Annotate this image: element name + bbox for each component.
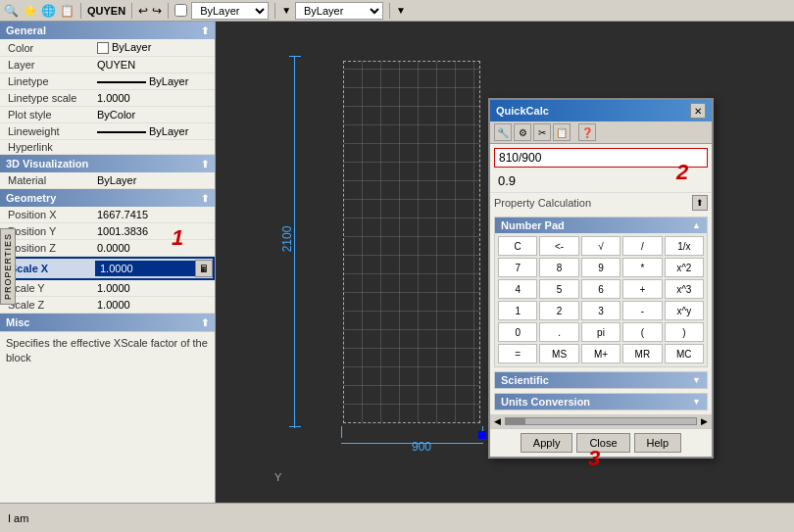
bylayer-dropdown-1[interactable]: ByLayer <box>191 2 269 20</box>
top-toolbar: 🔍 ⭐ 🌐 📋 QUYEN ↩ ↪ ByLayer ▼ ByLayer ▼ <box>0 0 794 22</box>
bylayer-dropdown-2[interactable]: ByLayer <box>295 2 383 20</box>
property-calc-label: Property Calculation <box>494 197 591 209</box>
misc-description: Specifies the effective XScale factor of… <box>6 337 208 363</box>
scale-y-value: 1.0000 <box>93 281 215 295</box>
btn-rparen[interactable]: ) <box>665 322 704 342</box>
material-value: ByLayer <box>93 173 215 187</box>
calc-input-area: 810/900 <box>490 144 712 171</box>
property-calculation-row: Property Calculation ⬆ <box>490 192 712 213</box>
scientific-header[interactable]: Scientific ▼ <box>495 372 707 388</box>
btn-sub[interactable]: - <box>622 301 662 320</box>
status-text: I am <box>8 512 28 524</box>
dim-tick-left <box>341 426 342 438</box>
btn-6[interactable]: 6 <box>581 279 620 299</box>
calc-expression-input[interactable]: 810/900 <box>494 148 708 168</box>
btn-1[interactable]: 1 <box>498 301 537 320</box>
btn-sqrt[interactable]: √ <box>581 236 620 256</box>
scale-x-row[interactable]: Scale X 1.0000 🖩 <box>0 257 215 280</box>
general-collapse-icon: ⬆ <box>201 25 209 36</box>
btn-eq[interactable]: = <box>498 344 537 363</box>
calculator-button[interactable]: 🖩 <box>195 260 213 277</box>
btn-5[interactable]: 5 <box>539 279 578 299</box>
numpad-label: Number Pad <box>501 219 565 231</box>
bylayer-checkbox[interactable] <box>174 4 187 17</box>
lineweight-row: Lineweight ByLayer <box>0 123 215 140</box>
hyperlink-label: Hyperlink <box>0 141 93 153</box>
calc-tool-icon4[interactable]: 📋 <box>553 123 571 141</box>
toolbar-sep-1 <box>80 3 81 19</box>
dialog-toolbar: 🔧 ⚙ ✂ 📋 ❓ <box>490 121 712 144</box>
btn-7[interactable]: 7 <box>498 258 537 277</box>
scale-z-row: Scale Z 1.0000 <box>0 297 215 314</box>
help-button[interactable]: Help <box>634 433 682 453</box>
general-section-header[interactable]: General ⬆ <box>0 22 215 39</box>
btn-x3[interactable]: x^3 <box>665 279 704 299</box>
scientific-section: Scientific ▼ <box>494 371 708 389</box>
status-bar: I am <box>0 503 794 532</box>
scroll-right-btn[interactable]: ▶ <box>701 416 708 426</box>
hyperlink-row: Hyperlink <box>0 140 215 155</box>
toolbar-icon-6: ↪ <box>152 4 162 18</box>
btn-pi[interactable]: pi <box>581 322 620 342</box>
btn-8[interactable]: 8 <box>539 258 578 277</box>
numpad-section: Number Pad ▲ C <- √ / 1/x 7 8 9 * x^2 4 … <box>494 217 708 367</box>
scroll-track[interactable] <box>505 417 697 425</box>
color-row: Color ByLayer <box>0 39 215 57</box>
quickcalc-dialog: QuickCalc ✕ 🔧 ⚙ ✂ 📋 ❓ 810/900 0.9 Proper… <box>488 98 714 459</box>
viz3d-collapse-icon: ⬆ <box>201 159 209 169</box>
btn-mr[interactable]: MR <box>622 344 662 363</box>
btn-c[interactable]: C <box>498 236 537 256</box>
general-label: General <box>6 24 46 36</box>
btn-4[interactable]: 4 <box>498 279 537 299</box>
btn-3[interactable]: 3 <box>581 301 620 320</box>
pos-y-row: Position Y 1001.3836 <box>0 223 215 240</box>
pos-x-row: Position X 1667.7415 <box>0 207 215 223</box>
dim-label-2100: 2100 <box>280 226 294 253</box>
btn-mc[interactable]: MC <box>665 344 704 363</box>
dialog-close-button[interactable]: ✕ <box>690 103 706 119</box>
viz3d-section-header[interactable]: 3D Visualization ⬆ <box>0 155 215 172</box>
dialog-title: QuickCalc <box>496 105 549 117</box>
layer-value: QUYEN <box>93 58 215 72</box>
btn-mplus[interactable]: M+ <box>581 344 620 363</box>
properties-tab[interactable]: PROPERTIES <box>0 228 16 305</box>
lineweight-label: Lineweight <box>0 125 93 137</box>
btn-inv[interactable]: 1/x <box>665 236 704 256</box>
scroll-left-btn[interactable]: ◀ <box>494 416 501 426</box>
btn-0[interactable]: 0 <box>498 322 537 342</box>
scale-x-value[interactable]: 1.0000 <box>95 261 195 276</box>
btn-dot[interactable]: . <box>539 322 578 342</box>
btn-2[interactable]: 2 <box>539 301 578 320</box>
calc-tool-icon2[interactable]: ⚙ <box>514 123 531 141</box>
calc-tool-icon5[interactable]: ❓ <box>578 123 596 141</box>
dialog-actions: Apply Close Help <box>490 428 712 457</box>
btn-9[interactable]: 9 <box>581 258 620 277</box>
btn-ms[interactable]: MS <box>539 344 578 363</box>
color-label: Color <box>0 42 93 54</box>
btn-xy[interactable]: x^y <box>665 301 704 320</box>
lineweight-sample <box>97 131 146 133</box>
toolbar-sep-2 <box>131 3 132 19</box>
plot-style-row: Plot style ByColor <box>0 107 215 123</box>
linetype-label: Linetype <box>0 75 93 87</box>
apply-button[interactable]: Apply <box>521 433 573 453</box>
calc-tool-icon3[interactable]: ✂ <box>533 123 551 141</box>
btn-x2[interactable]: x^2 <box>665 258 704 277</box>
calc-tool-icon1[interactable]: 🔧 <box>494 123 512 141</box>
units-header[interactable]: Units Conversion ▼ <box>495 394 707 410</box>
btn-lparen[interactable]: ( <box>622 322 662 342</box>
btn-backspace[interactable]: <- <box>539 236 578 256</box>
scale-y-row: Scale Y 1.0000 <box>0 280 215 297</box>
btn-mul[interactable]: * <box>622 258 662 277</box>
property-calc-button[interactable]: ⬆ <box>692 195 708 211</box>
pos-z-row: Position Z 0.0000 <box>0 240 215 257</box>
misc-section-header[interactable]: Misc ⬆ <box>0 314 215 331</box>
dialog-titlebar: QuickCalc ✕ <box>490 100 712 121</box>
btn-add[interactable]: + <box>622 279 662 299</box>
color-swatch <box>97 42 109 54</box>
close-button[interactable]: Close <box>576 433 629 453</box>
toolbar-sep-3 <box>168 3 169 19</box>
btn-div[interactable]: / <box>622 236 662 256</box>
geometry-section-header[interactable]: Geometry ⬆ <box>0 189 215 207</box>
plot-style-label: Plot style <box>0 109 93 121</box>
